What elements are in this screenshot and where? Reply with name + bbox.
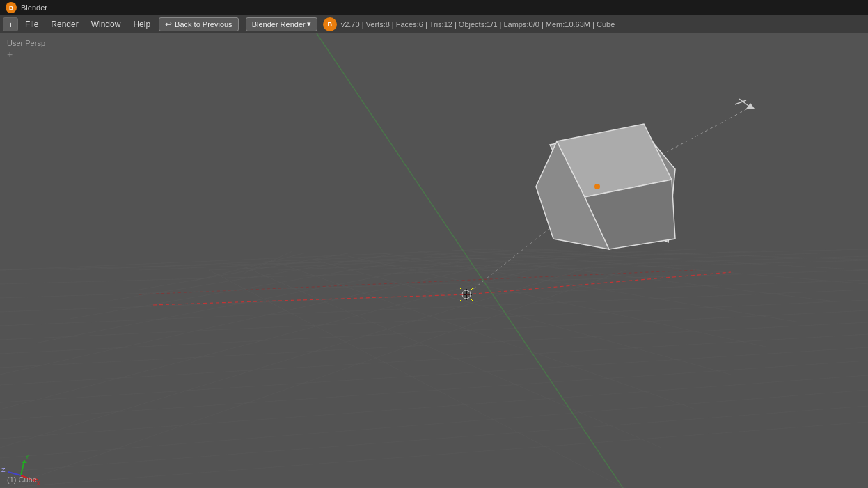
back-icon: ↩ <box>165 19 172 29</box>
viewport[interactable]: X Y Z User Persp + (1) Cube <box>0 33 868 488</box>
back-btn-label: Back to Previous <box>175 20 232 29</box>
blender-logo-icon: B <box>6 2 17 13</box>
menu-bar: i File Render Window Help ↩ Back to Prev… <box>0 15 868 33</box>
blender-center-icon: B <box>323 17 337 31</box>
help-menu[interactable]: Help <box>127 17 156 31</box>
window-menu[interactable]: Window <box>86 17 127 31</box>
info-button[interactable]: i <box>3 17 18 31</box>
grid-canvas: X Y Z <box>0 33 868 488</box>
status-bar: v2.70 | Verts:8 | Faces:6 | Tris:12 | Ob… <box>341 20 615 29</box>
render-engine-label: Blender Render <box>252 20 306 29</box>
svg-point-65 <box>594 184 600 189</box>
back-to-previous-button[interactable]: ↩ Back to Previous <box>159 17 239 31</box>
render-engine-selector[interactable]: Blender Render ▾ <box>246 17 317 31</box>
svg-text:Y: Y <box>25 453 29 460</box>
title-text: Blender <box>21 3 47 12</box>
render-menu[interactable]: Render <box>45 17 84 31</box>
title-bar: B Blender <box>0 0 868 15</box>
svg-rect-0 <box>0 33 868 488</box>
file-menu[interactable]: File <box>19 17 44 31</box>
svg-text:X: X <box>36 480 40 487</box>
dropdown-arrow-icon: ▾ <box>307 19 311 29</box>
svg-text:Z: Z <box>1 466 6 473</box>
